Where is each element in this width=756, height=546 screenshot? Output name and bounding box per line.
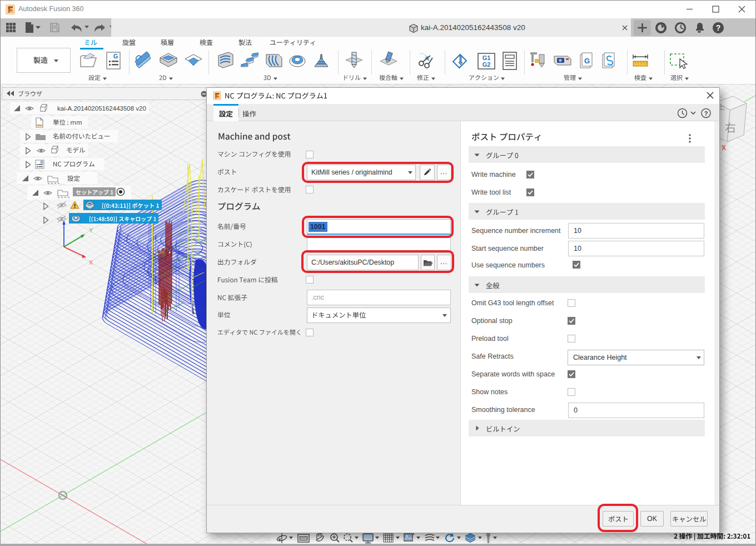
svg-text:G: G xyxy=(113,53,118,59)
svg-text:G: G xyxy=(584,57,590,65)
svg-text:?: ? xyxy=(704,110,708,117)
svg-text:G2: G2 xyxy=(483,61,491,68)
svg-text:G: G xyxy=(40,160,43,164)
svg-text:?: ? xyxy=(716,23,721,32)
svg-text:G1: G1 xyxy=(483,54,491,61)
